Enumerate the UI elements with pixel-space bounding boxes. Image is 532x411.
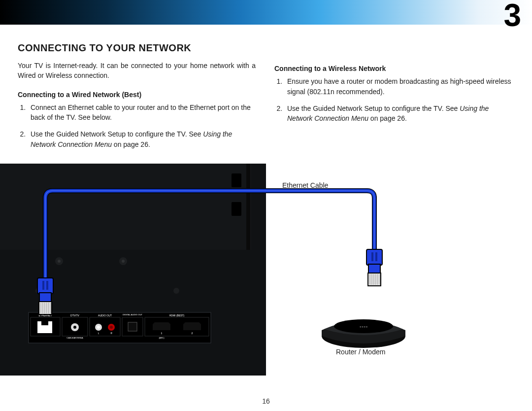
svg-text:HDMI (BEST): HDMI (BEST) (169, 314, 185, 317)
svg-text:DIGITAL AUDIO OUT: DIGITAL AUDIO OUT (123, 313, 142, 316)
svg-rect-50 (42, 281, 44, 290)
svg-text:●●●●: ●●●● (360, 325, 368, 328)
svg-rect-62 (375, 252, 377, 261)
svg-rect-14 (41, 321, 48, 325)
svg-rect-33 (153, 324, 170, 330)
page-number: 16 (0, 397, 532, 405)
svg-rect-3 (232, 173, 241, 187)
svg-text:1: 1 (161, 332, 163, 335)
wireless-steps: Ensure you have a router or modem broadc… (274, 76, 512, 123)
svg-text:2: 2 (192, 332, 193, 335)
svg-point-18 (73, 326, 76, 329)
wired-step-1: Connect an Ethernet cable to your router… (28, 103, 256, 123)
wireless-step-1: Ensure you have a router or modem broadc… (284, 76, 512, 97)
wired-steps: Connect an Ethernet cable to your router… (18, 103, 256, 149)
svg-point-8 (122, 260, 125, 263)
svg-rect-30 (128, 322, 137, 331)
svg-point-23 (97, 326, 100, 329)
header-band (0, 0, 532, 25)
wireless-heading: Connecting to a Wireless Network (274, 64, 512, 73)
wired-step-2c: on page 26. (112, 140, 150, 148)
chapter-number: 3 (503, 0, 521, 34)
svg-point-10 (173, 288, 179, 294)
svg-rect-53 (368, 264, 380, 273)
svg-rect-61 (371, 252, 373, 261)
wireless-step-2: Use the Guided Network Setup to configur… (284, 103, 512, 124)
column-left: Your TV is Internet-ready. It can be con… (18, 61, 256, 156)
wired-heading: Connecting to a Wired Network (Best) (18, 90, 256, 100)
svg-text:CABLE/ANTENNA: CABLE/ANTENNA (66, 337, 83, 339)
svg-rect-51 (46, 281, 48, 290)
wired-step-2a: Use the Guided Network Setup to configur… (31, 130, 203, 138)
svg-text:(ARC): (ARC) (159, 337, 165, 339)
svg-rect-1 (0, 164, 251, 250)
connection-diagram: ETHERNET DTV/TV CABLE/ANTENNA AUDIO OUT … (0, 164, 478, 376)
svg-text:DTV/TV: DTV/TV (70, 314, 79, 317)
svg-rect-4 (232, 202, 241, 216)
router-illustration: ●●●● (322, 319, 405, 348)
wireless-step-2a: Use the Guided Network Setup to configur… (287, 104, 460, 112)
svg-rect-35 (183, 324, 201, 330)
svg-rect-21 (90, 317, 120, 336)
svg-rect-41 (37, 278, 53, 294)
svg-rect-42 (39, 293, 51, 302)
column-right: Connecting to a Wireless Network Ensure … (274, 61, 512, 156)
tv-back-illustration: ETHERNET DTV/TV CABLE/ANTENNA AUDIO OUT … (0, 164, 266, 376)
wired-step-2: Use the Guided Network Setup to configur… (28, 129, 256, 149)
svg-point-25 (110, 326, 113, 329)
svg-marker-36 (183, 322, 201, 324)
svg-rect-52 (366, 249, 382, 265)
svg-rect-2 (246, 164, 250, 250)
intro-text: Your TV is Internet-ready. It can be con… (18, 61, 256, 81)
content-area: CONNECTING TO YOUR NETWORK Your TV is In… (18, 42, 512, 156)
svg-marker-34 (153, 322, 170, 324)
section-title: CONNECTING TO YOUR NETWORK (18, 42, 512, 54)
svg-text:AUDIO OUT: AUDIO OUT (98, 314, 112, 317)
wireless-step-2c: on page 26. (368, 114, 407, 122)
svg-point-6 (58, 260, 61, 263)
